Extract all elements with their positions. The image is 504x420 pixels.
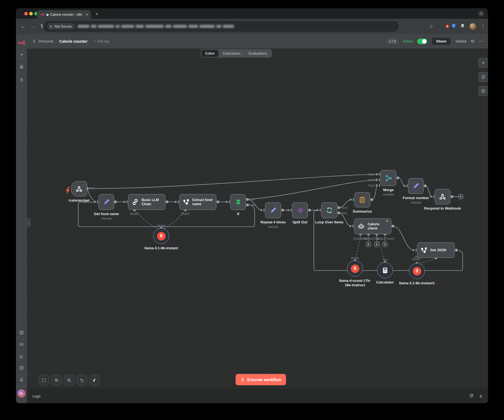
extract-icon bbox=[421, 247, 427, 254]
repeat-4-times-node[interactable] bbox=[265, 202, 281, 218]
undo-button[interactable] bbox=[77, 375, 87, 386]
add-node-button[interactable]: + bbox=[478, 58, 488, 68]
user-avatar[interactable]: XL bbox=[17, 389, 26, 398]
insights-icon[interactable] bbox=[16, 354, 27, 360]
mode-tabs: EditorExecutionsEvaluations bbox=[201, 49, 272, 58]
loop-icon bbox=[326, 207, 333, 214]
version-history-icon[interactable]: ⟲ bbox=[471, 39, 474, 44]
basic-llm-chain-label: Basic LLM Chain bbox=[142, 198, 162, 206]
variables-icon[interactable]: (x) bbox=[16, 342, 27, 346]
webhook-icon bbox=[76, 185, 83, 192]
get-json-node[interactable]: Get JSON bbox=[417, 242, 455, 258]
port-label-tool-16: Tool bbox=[382, 258, 387, 261]
llama-31-8b-instant-node[interactable]: 9 bbox=[153, 228, 169, 244]
summarize-label: Summarize bbox=[339, 209, 386, 214]
toggle-panel-button[interactable] bbox=[478, 86, 488, 96]
share-button[interactable]: Share bbox=[432, 37, 451, 45]
add-tag-button[interactable]: + Add tag bbox=[94, 39, 109, 43]
toolbar-right: ☆ 5 ⋮ bbox=[429, 19, 485, 34]
split-out-node[interactable] bbox=[292, 202, 308, 218]
back-button[interactable]: ← bbox=[21, 23, 26, 30]
logs-label: Logs bbox=[33, 394, 41, 398]
new-tab-button[interactable]: + bbox=[95, 12, 98, 16]
port-label-done-3: done bbox=[341, 206, 348, 209]
workflow-menu-icon[interactable]: ⋯ bbox=[479, 39, 483, 44]
port-label-input-3-7: Input 3 bbox=[368, 184, 377, 187]
llama-4-scout-17b-16e-instruct-node[interactable]: 9 bbox=[347, 261, 363, 277]
traffic-minimize-button[interactable] bbox=[29, 12, 33, 15]
active-toggle[interactable] bbox=[417, 39, 427, 44]
bookmark-star-icon[interactable]: ☆ bbox=[429, 24, 433, 29]
format-number-sublabel: manual bbox=[392, 201, 439, 204]
loop-over-items-node[interactable] bbox=[321, 202, 337, 218]
extensions-puzzle-icon[interactable] bbox=[460, 23, 465, 29]
llama-31-8b-instant-label: llama-3.1-8b-instant bbox=[138, 246, 185, 250]
split-icon bbox=[297, 207, 304, 214]
url-bar[interactable]: ⚠Not Secure bbox=[43, 21, 399, 32]
browser-tabstrip: ▶ Calorie counter - n8n ✕ + ∨ bbox=[16, 8, 488, 19]
if-label: If bbox=[215, 212, 262, 216]
extension-pin-icon[interactable] bbox=[452, 24, 456, 29]
zoom-in-button[interactable] bbox=[51, 375, 62, 386]
tab-search-chevron-icon[interactable]: ∨ bbox=[478, 11, 484, 17]
workflow-canvas[interactable]: EditorExecutionsEvaluations + › bbox=[27, 49, 488, 389]
tidy-up-button[interactable] bbox=[89, 375, 100, 386]
add-sticky-note-button[interactable] bbox=[478, 72, 488, 82]
pencil-icon bbox=[412, 183, 419, 190]
execute-workflow-button[interactable]: Execute workflow bbox=[236, 374, 286, 385]
merge-node[interactable] bbox=[381, 170, 396, 186]
tab-title: ▶ Calorie counter - n8n bbox=[47, 12, 83, 17]
templates-icon[interactable] bbox=[16, 330, 27, 336]
browser-profile-avatar[interactable] bbox=[470, 23, 476, 30]
project-icon bbox=[32, 39, 36, 43]
extract-food-name-label: Extract food name bbox=[192, 198, 213, 206]
breadcrumb-project[interactable]: Personal bbox=[39, 39, 53, 43]
merge-icon bbox=[385, 175, 392, 182]
llama-31-8b-instant1-node[interactable]: 9 bbox=[409, 263, 425, 279]
app-main: Personal / Calorie counter + Add tag 1 /… bbox=[27, 34, 488, 403]
if-node[interactable] bbox=[230, 194, 246, 210]
n8n-app: + (x) XL Personal / Calorie bbox=[16, 34, 488, 403]
workflow-title[interactable]: Calorie counter bbox=[59, 39, 88, 44]
tab-evaluations[interactable]: Evaluations bbox=[245, 50, 271, 57]
port-label-model-10: Model bbox=[157, 224, 165, 227]
webhook-trigger-node[interactable] bbox=[71, 181, 87, 196]
basic-llm-chain-node[interactable]: Basic LLM Chain bbox=[128, 194, 165, 210]
traffic-close-button[interactable] bbox=[24, 12, 28, 15]
logs-collapse-icon[interactable]: ∧ bbox=[479, 394, 483, 399]
port-label-input-2-6: Input 2 bbox=[368, 178, 377, 181]
port-label-model--9: Model* bbox=[181, 212, 190, 215]
calculator-node[interactable] bbox=[377, 262, 393, 278]
port-label-false-2: false bbox=[250, 203, 256, 207]
port-label-get-0: GET bbox=[89, 187, 95, 190]
home-icon[interactable] bbox=[16, 64, 27, 70]
not-secure-badge[interactable]: ⚠Not Secure bbox=[47, 23, 75, 30]
browser-tab[interactable]: ▶ Calorie counter - n8n ✕ bbox=[37, 10, 91, 19]
tab-executions[interactable]: Executions bbox=[219, 50, 244, 57]
panel-expand-handle[interactable]: › bbox=[27, 218, 31, 227]
logs-popout-icon[interactable] bbox=[469, 394, 474, 399]
zoom-to-fit-button[interactable] bbox=[39, 375, 49, 386]
port-label-memory-12: Memory bbox=[364, 237, 374, 240]
extract-food-name-node[interactable]: Extract food name bbox=[179, 194, 216, 210]
help-icon[interactable] bbox=[16, 365, 27, 371]
browser-menu-icon[interactable]: ⋮ bbox=[481, 24, 485, 29]
zoom-out-button[interactable] bbox=[64, 375, 74, 386]
create-workflow-button[interactable]: + bbox=[18, 51, 26, 59]
saved-status: Saved bbox=[456, 39, 466, 43]
groq-logo: 9 bbox=[157, 232, 166, 240]
pencil-icon bbox=[269, 207, 277, 214]
calorie-check-label: Calorie check bbox=[368, 222, 388, 231]
n8n-logo[interactable] bbox=[16, 41, 27, 46]
port-label-output-parser-14: Output Parser bbox=[376, 237, 394, 240]
port-label-true-1: true bbox=[250, 198, 255, 201]
webhook-trigger-label: /calories/get bbox=[56, 198, 103, 203]
user-icon[interactable] bbox=[16, 77, 27, 83]
tab-close-icon[interactable]: ✕ bbox=[85, 13, 88, 17]
forward-button[interactable]: → bbox=[31, 23, 36, 30]
logs-bar[interactable]: Logs ∧ bbox=[27, 389, 488, 403]
logs-controls: ∧ bbox=[469, 394, 483, 399]
port-label-model-15: Model bbox=[351, 256, 359, 260]
tab-editor[interactable]: Editor bbox=[201, 50, 219, 57]
notifications-bell-icon[interactable] bbox=[16, 377, 27, 383]
